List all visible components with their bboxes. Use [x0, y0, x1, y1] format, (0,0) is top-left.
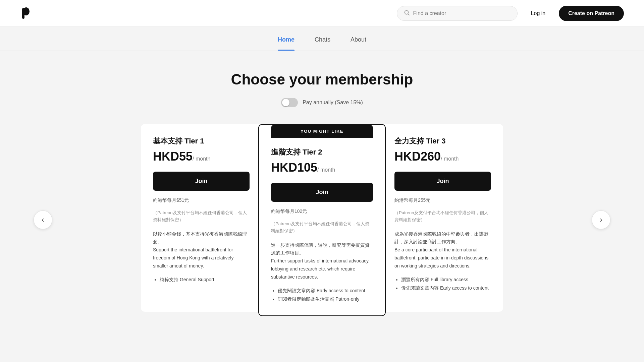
list-item: 純粹支持 General Support — [160, 276, 250, 284]
toggle-label: Pay annually (Save 15%) — [303, 100, 363, 106]
header: Log in Create on Patreon — [0, 0, 644, 27]
tab-home[interactable]: Home — [278, 27, 294, 51]
header-right: Log in Create on Patreon — [397, 6, 624, 21]
tier1-description: 以較小額金錢，基本支持光復香港國際戰線理念。Support the intern… — [153, 230, 250, 270]
nav: Home Chats About — [0, 27, 644, 51]
tier-card-2: YOU MIGHT LIKE 進階支持 Tier 2 HKD105/ month… — [258, 124, 386, 316]
tier3-disclaimer: （Patreon及支付平台均不經任何香港公司，個人資料絕對保密） — [394, 209, 491, 224]
tier2-price: HKD105/ month — [271, 161, 373, 175]
cards-wrapper: ‹ 基本支持 Tier 1 HKD55/ month Join 約港幣每月$51… — [13, 124, 631, 316]
featured-badge: YOU MIGHT LIKE — [271, 125, 373, 138]
cards-container: 基本支持 Tier 1 HKD55/ month Join 約港幣每月$51元 … — [121, 124, 523, 316]
tier3-join-button[interactable]: Join — [394, 172, 491, 191]
tier1-join-button[interactable]: Join — [153, 172, 250, 191]
tier3-description: 成為光復香港國際戰線的中堅參與者，出謀獻計，深入討論並商討工作方向。Be a c… — [394, 230, 491, 270]
tier1-price-note: 約港幣每月$51元 — [153, 197, 250, 203]
prev-arrow[interactable]: ‹ — [34, 210, 52, 229]
svg-rect-1 — [22, 8, 24, 19]
login-button[interactable]: Log in — [526, 8, 551, 19]
svg-point-2 — [405, 10, 408, 14]
tab-about[interactable]: About — [351, 27, 366, 51]
tier3-price: HKD260/ month — [394, 149, 491, 164]
tier2-disclaimer: （Patreon及支付平台均不經任何香港公司，個人資料絕對保密） — [271, 221, 373, 235]
tab-chats[interactable]: Chats — [315, 27, 330, 51]
create-button[interactable]: Create on Patreon — [559, 6, 624, 21]
list-item: 優先閱讀文章內容 Early access to content — [278, 287, 373, 295]
main-content: Choose your membership Pay annually (Sav… — [0, 51, 644, 343]
page-title: Choose your membership — [13, 71, 631, 88]
toggle-thumb — [282, 99, 289, 106]
tier3-name: 全力支持 Tier 3 — [394, 136, 491, 146]
tier-card-3: 全力支持 Tier 3 HKD260/ month Join 約港幣每月255元… — [382, 124, 503, 312]
tier1-perks: 純粹支持 General Support — [153, 276, 250, 284]
next-arrow[interactable]: › — [592, 210, 610, 229]
search-input[interactable] — [413, 10, 511, 16]
tier-card-1: 基本支持 Tier 1 HKD55/ month Join 約港幣每月$51元 … — [141, 124, 262, 312]
tier2-perks: 優先閱讀文章內容 Early access to content 訂閱者限定動態… — [271, 287, 373, 303]
tier2-join-button[interactable]: Join — [271, 183, 373, 202]
tier1-name: 基本支持 Tier 1 — [153, 136, 250, 146]
annual-toggle[interactable] — [281, 98, 298, 107]
search-icon — [404, 10, 410, 17]
tier3-perks: 瀏覽所有內容 Full library access 優先閱讀文章內容 Earl… — [394, 276, 491, 292]
search-bar[interactable] — [397, 6, 518, 21]
tier3-price-note: 約港幣每月255元 — [394, 197, 491, 203]
svg-line-3 — [408, 14, 409, 15]
list-item: 優先閱讀文章內容 Early access to content — [401, 284, 491, 292]
logo[interactable] — [20, 6, 35, 21]
list-item: 瀏覽所有內容 Full library access — [401, 276, 491, 284]
tier1-price: HKD55/ month — [153, 149, 250, 164]
tier2-price-note: 約港幣每月102元 — [271, 208, 373, 215]
tier2-name: 進階支持 Tier 2 — [271, 147, 373, 157]
annual-toggle-row: Pay annually (Save 15%) — [13, 98, 631, 107]
tier1-disclaimer: （Patreon及支付平台均不經任何香港公司，個人資料絕對保密） — [153, 209, 250, 224]
list-item: 訂閱者限定動態及生活實照 Patron-only — [278, 295, 373, 303]
tier2-description: 進一步支持國際倡議，遊說，研究等需要實質資源的工作項目。Further supp… — [271, 241, 373, 281]
